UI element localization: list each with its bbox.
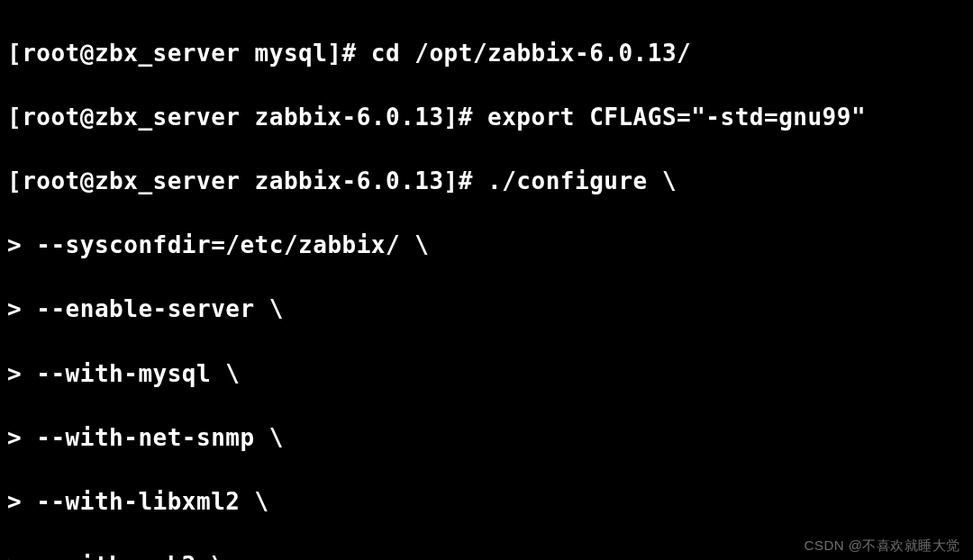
terminal-line: > --sysconfdir=/etc/zabbix/ \ xyxy=(7,230,966,262)
terminal-line: > --enable-server \ xyxy=(7,294,966,326)
configure-option: --with-libxml2 \ xyxy=(36,488,268,515)
continuation-prompt: > xyxy=(7,488,36,515)
shell-prompt: [root@zbx_server zabbix-6.0.13]# xyxy=(7,104,487,131)
continuation-prompt: > xyxy=(7,424,36,451)
terminal-line: [root@zbx_server mysql]# cd /opt/zabbix-… xyxy=(7,38,966,70)
configure-option: --with-net-snmp \ xyxy=(36,424,284,451)
continuation-prompt: > xyxy=(7,552,36,560)
terminal-line: [root@zbx_server zabbix-6.0.13]# export … xyxy=(7,102,966,134)
terminal-line: > --with-libxml2 \ xyxy=(7,486,966,519)
terminal-line: > --with-mysql \ xyxy=(7,358,966,391)
configure-option: --with-mysql \ xyxy=(36,360,240,387)
terminal-line: [root@zbx_server zabbix-6.0.13]# ./confi… xyxy=(7,166,966,198)
configure-option: --with-ssh2 \ xyxy=(36,552,225,560)
configure-option: --sysconfdir=/etc/zabbix/ \ xyxy=(36,231,429,258)
continuation-prompt: > xyxy=(7,231,36,258)
continuation-prompt: > xyxy=(7,295,36,322)
terminal-screen[interactable]: [root@zbx_server mysql]# cd /opt/zabbix-… xyxy=(0,0,973,560)
terminal-line: > --with-net-snmp \ xyxy=(7,422,966,455)
typed-command: export CFLAGS="-std=gnu99" xyxy=(487,104,866,131)
continuation-prompt: > xyxy=(7,360,36,387)
watermark-text: CSDN @不喜欢就睡大觉 xyxy=(805,537,960,555)
typed-command: ./configure \ xyxy=(487,167,677,194)
typed-command: cd /opt/zabbix-6.0.13/ xyxy=(371,40,691,67)
shell-prompt: [root@zbx_server mysql]# xyxy=(7,40,371,67)
shell-prompt: [root@zbx_server zabbix-6.0.13]# xyxy=(7,167,487,194)
configure-option: --enable-server \ xyxy=(36,295,284,322)
